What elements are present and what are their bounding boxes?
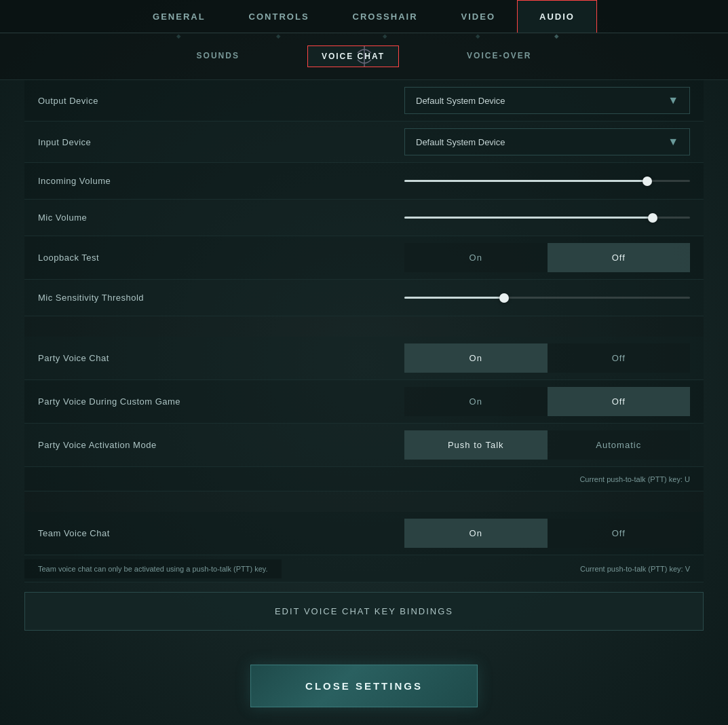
mic-sensitivity-label: Mic Sensitivity Threshold — [24, 283, 391, 312]
party-voice-custom-toggle-group: On Off — [404, 387, 690, 416]
party-ptt-info-row: Current push-to-talk (PTT) key: U — [24, 467, 704, 491]
tab-controls[interactable]: CONTROLS — [227, 1, 331, 33]
subtab-voice-chat[interactable]: VOICE CHAT — [307, 45, 399, 67]
incoming-volume-slider[interactable] — [404, 174, 690, 188]
incoming-volume-fill — [404, 180, 647, 182]
mic-sensitivity-control — [391, 284, 704, 312]
team-voice-chat-row: Team Voice Chat On Off — [24, 512, 704, 555]
party-voice-off-button[interactable]: Off — [548, 343, 691, 373]
party-voice-custom-off-button[interactable]: Off — [548, 387, 691, 416]
mic-volume-fill — [404, 217, 653, 219]
party-voice-chat-row: Party Voice Chat On Off — [24, 337, 704, 380]
party-voice-custom-control: On Off — [391, 380, 704, 423]
close-settings-container: CLOSE SETTINGS — [24, 637, 704, 725]
output-device-control: Default System Device ▼ — [391, 80, 704, 121]
team-voice-on-button[interactable]: On — [404, 519, 548, 548]
input-device-row: Input Device Default System Device ▼ — [24, 122, 704, 163]
party-voice-toggle-group: On Off — [404, 343, 690, 373]
mic-sensitivity-fill — [404, 297, 504, 299]
party-voice-activation-control: Push to Talk Automatic — [391, 424, 704, 466]
output-device-row: Output Device Default System Device ▼ — [24, 80, 704, 122]
mic-sensitivity-row: Mic Sensitivity Threshold — [24, 280, 704, 316]
loopback-test-row: Loopback Test On Off — [24, 236, 704, 280]
subtab-voice-over[interactable]: VOICE-OVER — [453, 45, 545, 67]
party-ptt-info: Current push-to-talk (PTT) key: U — [24, 471, 704, 487]
mic-volume-track — [404, 217, 690, 219]
input-device-value: Default System Device — [416, 137, 505, 147]
section-spacer-1 — [24, 316, 704, 337]
team-voice-chat-control: On Off — [391, 512, 704, 555]
team-voice-info-row: Team voice chat can only be activated us… — [24, 555, 704, 582]
input-device-arrow-icon: ▼ — [668, 136, 678, 148]
incoming-volume-thumb — [643, 176, 652, 186]
incoming-volume-control — [391, 168, 704, 195]
team-ptt-info: Current push-to-talk (PTT) key: V — [282, 561, 704, 577]
team-voice-info-text: Team voice chat can only be activated us… — [24, 559, 282, 578]
output-device-value: Default System Device — [416, 96, 505, 106]
party-voice-activation-label: Party Voice Activation Mode — [24, 430, 391, 460]
mic-volume-control — [391, 204, 704, 231]
team-voice-toggle-group: On Off — [404, 519, 690, 548]
sub-navigation: SOUNDS VOICE CHAT VOICE-OVER — [0, 33, 728, 80]
mic-sensitivity-slider[interactable] — [404, 291, 690, 305]
input-device-control: Default System Device ▼ — [391, 122, 704, 162]
party-voice-chat-label: Party Voice Chat — [24, 343, 391, 373]
incoming-volume-track — [404, 180, 690, 182]
loopback-test-label: Loopback Test — [24, 243, 391, 272]
party-voice-activation-toggle-group: Push to Talk Automatic — [404, 430, 690, 460]
mic-sensitivity-track — [404, 297, 690, 299]
mic-sensitivity-thumb — [499, 293, 509, 303]
incoming-volume-row: Incoming Volume — [24, 163, 704, 200]
loopback-test-control: On Off — [391, 236, 704, 279]
tab-video[interactable]: VIDEO — [440, 1, 517, 33]
loopback-off-button[interactable]: Off — [548, 243, 691, 272]
tab-general[interactable]: GENERAL — [131, 1, 227, 33]
subtab-sounds[interactable]: SOUNDS — [183, 45, 253, 67]
top-navigation: GENERAL CONTROLS CROSSHAIR VIDEO AUDIO — [0, 0, 728, 33]
mic-volume-row: Mic Volume — [24, 200, 704, 236]
tab-audio[interactable]: AUDIO — [517, 0, 597, 33]
mic-volume-thumb — [648, 213, 657, 223]
mic-volume-slider[interactable] — [404, 211, 690, 225]
party-voice-on-button[interactable]: On — [404, 343, 548, 373]
mic-volume-label: Mic Volume — [24, 203, 391, 232]
close-settings-button[interactable]: CLOSE SETTINGS — [250, 665, 478, 707]
edit-bindings-container: EDIT VOICE CHAT KEY BINDINGS — [24, 592, 704, 631]
tab-crosshair[interactable]: CROSSHAIR — [331, 1, 440, 33]
team-voice-off-button[interactable]: Off — [548, 519, 691, 548]
output-device-dropdown[interactable]: Default System Device ▼ — [404, 87, 690, 114]
output-device-arrow-icon: ▼ — [668, 94, 678, 107]
party-automatic-button[interactable]: Automatic — [548, 430, 691, 460]
party-voice-custom-row: Party Voice During Custom Game On Off — [24, 380, 704, 424]
party-voice-custom-on-button[interactable]: On — [404, 387, 548, 416]
loopback-toggle-group: On Off — [404, 243, 690, 272]
party-voice-chat-control: On Off — [391, 337, 704, 379]
input-device-dropdown[interactable]: Default System Device ▼ — [404, 128, 690, 155]
section-spacer-2 — [24, 491, 704, 512]
party-ptt-button[interactable]: Push to Talk — [404, 430, 548, 460]
loopback-on-button[interactable]: On — [404, 243, 548, 272]
party-voice-activation-row: Party Voice Activation Mode Push to Talk… — [24, 424, 704, 467]
incoming-volume-label: Incoming Volume — [24, 166, 391, 196]
output-device-label: Output Device — [24, 86, 391, 115]
main-content: Output Device Default System Device ▼ In… — [0, 80, 728, 725]
edit-bindings-button[interactable]: EDIT VOICE CHAT KEY BINDINGS — [24, 592, 704, 631]
team-voice-chat-label: Team Voice Chat — [24, 519, 391, 548]
party-voice-custom-label: Party Voice During Custom Game — [24, 387, 391, 416]
input-device-label: Input Device — [24, 128, 391, 157]
